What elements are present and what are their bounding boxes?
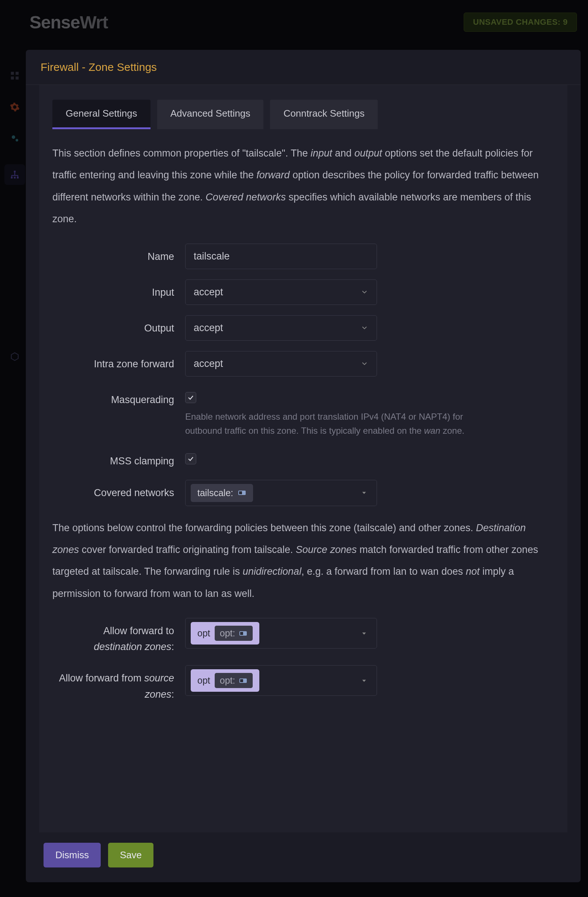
chevron-down-icon [360,324,368,332]
zone-chip-opt: opt opt: [191,622,259,644]
tab-conntrack[interactable]: Conntrack Settings [270,99,378,129]
row-name: Name tailscale [52,243,554,269]
description-2: The options below control the forwarding… [52,517,554,605]
modal-body: General Settings Advanced Settings Connt… [39,85,567,833]
svg-marker-15 [362,632,366,635]
row-mss: MSS clamping [52,448,554,469]
row-covered: Covered networks tailscale: [52,480,554,506]
chevron-down-icon [357,489,371,496]
mss-checkbox[interactable] [185,453,196,464]
modal-title: Firewall - Zone Settings [26,50,580,85]
row-intra: Intra zone forward accept [52,351,554,377]
label-output: Output [52,315,185,336]
label-masq: Masquerading [52,387,185,408]
tab-general[interactable]: General Settings [52,99,151,129]
interface-icon [239,630,247,637]
label-forward-to: Allow forward to destination zones: [52,618,185,655]
label-name: Name [52,243,185,265]
svg-rect-17 [240,679,243,682]
label-intra: Intra zone forward [52,351,185,372]
input-select[interactable]: accept [185,279,377,305]
row-input: Input accept [52,279,554,305]
modal-footer: Dismiss Save [26,833,580,882]
row-output: Output accept [52,315,554,341]
svg-marker-12 [362,492,366,494]
svg-rect-11 [239,491,242,494]
masq-checkbox[interactable] [185,392,196,403]
chevron-down-icon [357,677,371,684]
covered-networks-select[interactable]: tailscale: [185,480,377,506]
zone-settings-modal: Firewall - Zone Settings General Setting… [26,50,580,882]
zone-chip-tailscale: tailscale: [191,484,253,502]
intra-select[interactable]: accept [185,351,377,377]
name-input[interactable]: tailscale [185,243,377,269]
interface-icon [239,677,247,684]
label-input: Input [52,279,185,300]
zone-chip-opt: opt opt: [191,669,259,692]
label-covered: Covered networks [52,480,185,501]
dismiss-button[interactable]: Dismiss [44,843,101,868]
chevron-down-icon [360,288,368,296]
chevron-down-icon [360,360,368,368]
svg-marker-18 [362,680,366,682]
save-button[interactable]: Save [108,843,153,868]
description-1: This section defines common properties o… [52,142,554,230]
forward-from-select[interactable]: opt opt: [185,665,377,696]
check-icon [187,456,194,462]
chevron-down-icon [357,630,371,637]
tab-advanced[interactable]: Advanced Settings [157,99,264,129]
row-masq: Masquerading Enable network address and … [52,387,554,438]
check-icon [187,394,194,401]
interface-icon [238,489,246,496]
row-forward-from: Allow forward from source zones: opt opt… [52,665,554,702]
output-select[interactable]: accept [185,315,377,341]
forward-to-select[interactable]: opt opt: [185,618,377,649]
masq-help: Enable network address and port translat… [185,410,499,438]
row-forward-to: Allow forward to destination zones: opt … [52,618,554,655]
svg-rect-14 [240,632,243,635]
label-mss: MSS clamping [52,448,185,469]
label-forward-from: Allow forward from source zones: [52,665,185,702]
tabs: General Settings Advanced Settings Connt… [52,99,554,129]
